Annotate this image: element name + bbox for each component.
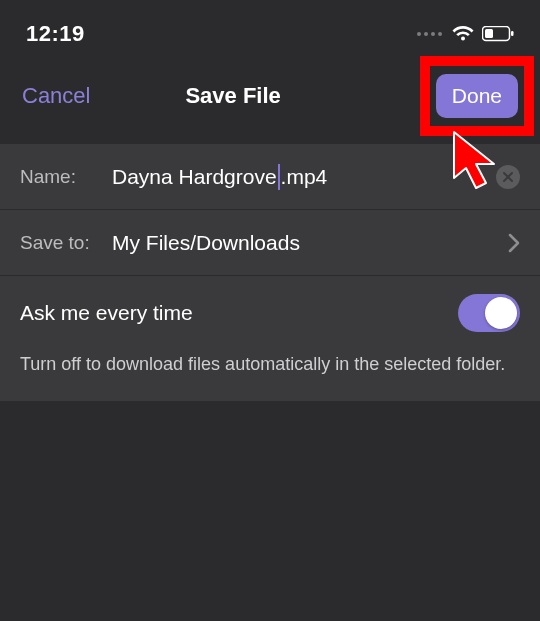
ask-every-time-label: Ask me every time	[20, 301, 193, 325]
helper-text: Turn off to download files automatically…	[0, 344, 540, 401]
save-to-value: My Files/Downloads	[112, 231, 508, 255]
form-section: Name: Dayna Hardgrove .mp4 Save to: My F…	[0, 144, 540, 401]
status-icons	[417, 25, 514, 43]
wifi-icon	[452, 25, 474, 43]
svg-rect-1	[485, 29, 493, 38]
name-label: Name:	[20, 166, 112, 188]
page-title: Save File	[30, 83, 435, 109]
filename-pre: Dayna Hardgrove	[112, 165, 277, 189]
status-time: 12:19	[26, 21, 85, 47]
clear-text-button[interactable]	[496, 165, 520, 189]
save-to-label: Save to:	[20, 232, 112, 254]
done-button[interactable]: Done	[436, 74, 518, 118]
filename-post: .mp4	[281, 165, 328, 189]
battery-icon	[482, 26, 514, 42]
close-icon	[503, 172, 513, 182]
text-caret	[278, 164, 280, 190]
status-bar: 12:19	[0, 10, 540, 58]
svg-rect-2	[511, 31, 514, 36]
filename-input[interactable]: Dayna Hardgrove .mp4	[112, 164, 496, 190]
cellular-dots-icon	[417, 32, 442, 36]
header: Cancel Save File Done	[0, 66, 540, 126]
name-row[interactable]: Name: Dayna Hardgrove .mp4	[0, 144, 540, 210]
save-to-row[interactable]: Save to: My Files/Downloads	[0, 210, 540, 276]
toggle-knob	[485, 297, 517, 329]
chevron-right-icon	[508, 233, 520, 253]
ask-every-time-toggle[interactable]	[458, 294, 520, 332]
ask-every-time-row: Ask me every time	[0, 276, 540, 344]
